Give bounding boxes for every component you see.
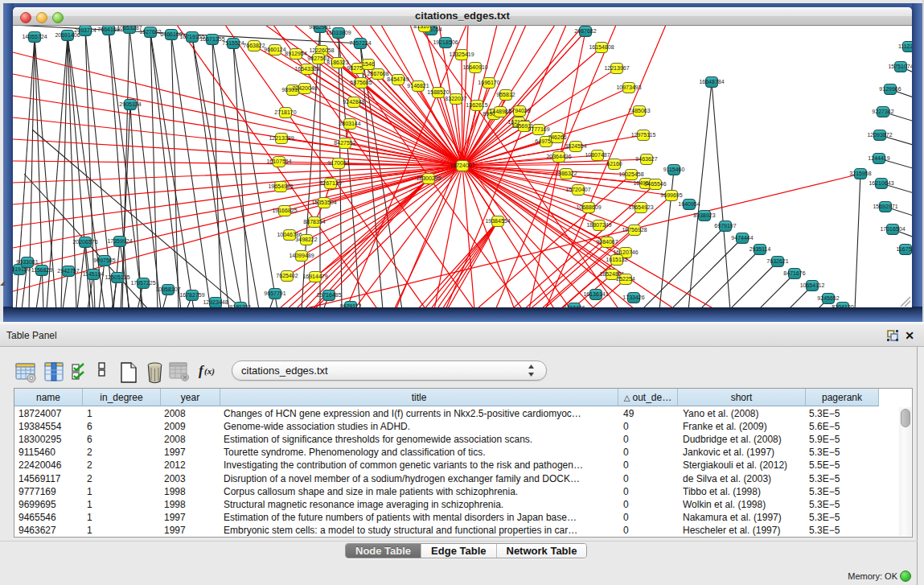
graph-node[interactable]: 2803144 bbox=[339, 119, 360, 130]
control-panel-collapse-arrow[interactable]: ◢ bbox=[0, 278, 4, 287]
cell-name[interactable]: 19384554 bbox=[18, 420, 83, 433]
graph-node[interactable]: 12975115 bbox=[631, 130, 656, 141]
cell-name[interactable]: 9463627 bbox=[18, 524, 83, 537]
delete-table-icon-disabled[interactable] bbox=[169, 362, 190, 385]
cell-pagerank[interactable]: 5.9E−5 bbox=[809, 433, 879, 446]
cell-year[interactable]: 1997 bbox=[164, 446, 220, 459]
graph-node[interactable]: 1112290 bbox=[898, 42, 912, 52]
graph-node[interactable]: 6979197 bbox=[714, 221, 736, 232]
graph-node[interactable]: 8186323 bbox=[326, 58, 348, 68]
graph-node[interactable]: 7986322 bbox=[555, 169, 577, 179]
cell-title[interactable]: Genome‑wide association studies in ADHD. bbox=[224, 420, 618, 433]
graph-node[interactable]: 9242848 bbox=[343, 97, 364, 108]
graph-node[interactable]: 10807487 bbox=[585, 150, 610, 161]
graph-node[interactable]: 252254 bbox=[616, 274, 634, 285]
cell-short[interactable]: Nakamura et al. (1997) bbox=[683, 511, 806, 524]
graph-node[interactable]: 8454749 bbox=[387, 75, 409, 85]
graph-node[interactable]: 5875685 bbox=[350, 78, 372, 89]
table-column-icon[interactable] bbox=[44, 362, 64, 386]
graph-node[interactable]: 7663822 bbox=[243, 41, 265, 51]
cell-year[interactable]: 2008 bbox=[164, 407, 220, 420]
citation-edge-black[interactable] bbox=[192, 37, 229, 307]
cell-in_degree[interactable]: 6 bbox=[87, 420, 161, 433]
citation-edge[interactable] bbox=[13, 166, 462, 270]
cell-title[interactable]: Investigating the contribution of common… bbox=[224, 459, 618, 472]
graph-node[interactable]: 7632621 bbox=[766, 257, 788, 267]
graph-node[interactable]: 9474444 bbox=[731, 233, 753, 244]
row-height-icon[interactable] bbox=[98, 362, 106, 381]
graph-node[interactable]: 8304120 bbox=[832, 303, 853, 308]
cell-out_de[interactable]: 0 bbox=[623, 511, 678, 524]
cell-pagerank[interactable]: 5.3E−5 bbox=[809, 485, 879, 498]
memory-status-icon[interactable] bbox=[900, 571, 911, 582]
graph-node[interactable]: 1640954 bbox=[678, 200, 700, 210]
graph-node[interactable]: 16136141 bbox=[583, 290, 608, 300]
citation-edge-black[interactable] bbox=[130, 105, 142, 307]
cell-pagerank[interactable]: 5.5E−5 bbox=[809, 459, 879, 472]
cell-year[interactable]: 1998 bbox=[164, 485, 220, 498]
citation-edge-black[interactable] bbox=[212, 39, 221, 307]
graph-node[interactable]: 8629112 bbox=[340, 302, 362, 308]
table-settings-icon[interactable] bbox=[15, 362, 37, 386]
cell-out_de[interactable]: 0 bbox=[623, 472, 678, 485]
graph-node[interactable]: 17359924 bbox=[107, 237, 132, 247]
graph-node[interactable]: 7625402 bbox=[276, 271, 298, 282]
graph-node[interactable]: 17957225 bbox=[130, 278, 155, 289]
cell-pagerank[interactable]: 5.3E−5 bbox=[809, 446, 879, 459]
cell-out_de[interactable]: 49 bbox=[623, 407, 678, 420]
graph-node[interactable]: 19756928 bbox=[622, 225, 647, 236]
citation-edge-black[interactable] bbox=[855, 174, 860, 307]
graph-node[interactable]: 62160 bbox=[606, 159, 622, 170]
canvas-resize-grip[interactable] bbox=[901, 297, 910, 307]
graph-node[interactable]: 2087682 bbox=[574, 27, 596, 37]
cell-title[interactable]: Corpus callosum shape and size in male p… bbox=[224, 485, 618, 498]
cell-in_degree[interactable]: 6 bbox=[87, 433, 161, 446]
graph-node[interactable]: 8938923 bbox=[693, 211, 715, 221]
table-row[interactable]: 2242004622012Investigating the contribut… bbox=[14, 459, 879, 472]
graph-node[interactable]: 16671355 bbox=[199, 35, 224, 45]
cell-name[interactable]: 9699695 bbox=[18, 498, 83, 511]
cell-short[interactable]: Hescheler et al. (1997) bbox=[683, 524, 806, 537]
graph-node[interactable]: 16154808 bbox=[589, 43, 614, 53]
graph-node[interactable]: 1696170 bbox=[478, 78, 499, 89]
column-header-title[interactable]: title bbox=[220, 389, 618, 406]
graph-node[interactable]: 16543382 bbox=[294, 64, 319, 75]
cell-pagerank[interactable]: 5.3E−5 bbox=[809, 511, 879, 524]
table-row[interactable]: 1456911722003Disruption of a novel membe… bbox=[14, 472, 879, 485]
column-visibility-icon[interactable] bbox=[72, 362, 85, 384]
cell-in_degree[interactable]: 2 bbox=[87, 446, 161, 459]
graph-node[interactable]: 7357224 bbox=[349, 39, 371, 49]
table-row[interactable]: 969969511998Structural magnetic resonanc… bbox=[14, 498, 879, 511]
graph-node[interactable]: 15720407 bbox=[565, 185, 590, 196]
graph-node[interactable]: 9699695 bbox=[660, 191, 682, 201]
cell-pagerank[interactable]: 5.3E−5 bbox=[809, 407, 879, 420]
cell-out_de[interactable]: 0 bbox=[623, 446, 678, 459]
cell-short[interactable]: Tibbo et al. (1998) bbox=[683, 485, 806, 498]
citation-edge-black[interactable] bbox=[233, 43, 277, 307]
graph-node[interactable]: 9657791 bbox=[264, 289, 285, 299]
column-header-name[interactable]: name bbox=[14, 389, 83, 406]
graph-node[interactable]: 2718170 bbox=[274, 108, 296, 118]
scrollbar-thumb[interactable] bbox=[901, 409, 910, 427]
graph-node[interactable]: 1527602 bbox=[139, 27, 161, 38]
citation-edge[interactable] bbox=[13, 117, 462, 166]
citation-edge-black[interactable] bbox=[688, 82, 712, 307]
graph-node[interactable]: 19654985 bbox=[268, 182, 293, 192]
graph-node[interactable]: 9794028 bbox=[508, 106, 530, 117]
table-row[interactable]: 1830029562008Estimation of significance … bbox=[14, 433, 879, 446]
graph-node[interactable]: 19384554 bbox=[485, 216, 510, 227]
graph-node[interactable]: 8471676 bbox=[783, 269, 805, 279]
graph-node[interactable]: 9227342 bbox=[872, 107, 893, 117]
cell-in_degree[interactable]: 1 bbox=[87, 485, 161, 498]
citation-edge[interactable] bbox=[462, 166, 474, 307]
cell-title[interactable]: Embryonic stem cells: a model to study s… bbox=[224, 524, 618, 537]
cell-out_de[interactable]: 0 bbox=[623, 433, 678, 446]
float-panel-icon[interactable] bbox=[887, 330, 898, 341]
graph-node[interactable]: 14099489 bbox=[289, 251, 314, 262]
graph-node[interactable]: 12213389 bbox=[269, 134, 294, 144]
graph-node[interactable]: 9146821 bbox=[407, 81, 429, 92]
graph-node[interactable]: 1733426 bbox=[622, 293, 644, 303]
graph-node[interactable]: 2942757 bbox=[57, 266, 79, 277]
graph-node[interactable]: 13325419 bbox=[449, 50, 474, 60]
table-row[interactable]: 946362711997Embryonic stem cells: a mode… bbox=[14, 524, 879, 537]
